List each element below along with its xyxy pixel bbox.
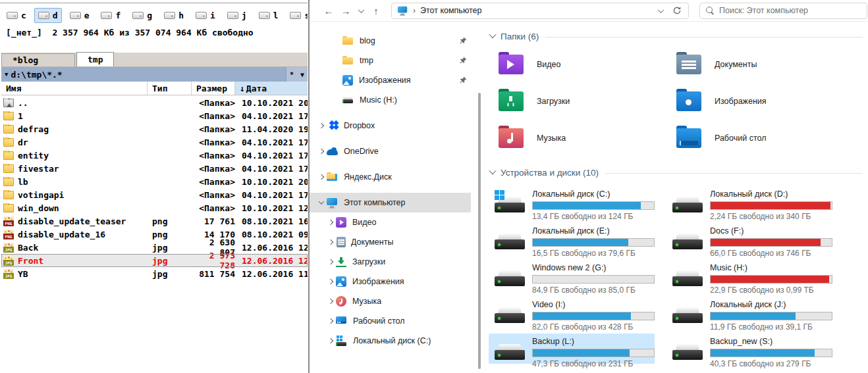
file-row[interactable]: PNGdisable_update_16 png 14 170 08.10.20… — [1, 228, 308, 241]
drive-tile[interactable]: Docs (F:) 66,0 ГБ свободно из 746 ГБ — [666, 223, 832, 253]
file-row[interactable]: PNGdisable_update_teaser png 17 761 08.1… — [1, 214, 308, 228]
address-dropdown-icon[interactable] — [658, 7, 665, 13]
collapse-chevron-icon[interactable] — [489, 31, 496, 38]
nav-item[interactable]: Яндекс.Диск — [310, 167, 471, 187]
nav-item[interactable]: Изображения — [310, 70, 471, 90]
forward-button[interactable]: → — [337, 5, 354, 16]
drive-tile[interactable]: Backup_new (S:) 40,3 ГБ свободно из 279 … — [666, 334, 832, 364]
fm-tab[interactable]: *blog — [1, 53, 75, 66]
pin-icon[interactable] — [459, 76, 467, 84]
back-button[interactable]: ← — [320, 5, 337, 16]
file-row[interactable]: defrag <Папка> 11.04.2020 19 — [1, 122, 308, 136]
nav-scrollbar[interactable] — [478, 93, 481, 369]
nav-item-icon — [336, 296, 346, 307]
fm-tab[interactable]: tmp — [76, 52, 114, 66]
drive-name: Локальный диск (C:) — [532, 189, 655, 199]
folder-tile[interactable]: Изображения — [666, 89, 844, 114]
up-button[interactable]: ↑ — [367, 5, 385, 16]
file-row[interactable]: JPGYB jpg 811 754 12.06.2016 11 — [1, 267, 308, 280]
drive-button[interactable]: c — [3, 8, 30, 23]
expand-chevron-icon[interactable] — [325, 299, 336, 303]
filter-star-button[interactable]: * — [290, 71, 294, 78]
nav-item[interactable]: Загрузки — [310, 252, 471, 272]
folder-tile[interactable]: Видео — [489, 52, 666, 77]
expand-chevron-icon[interactable] — [325, 240, 336, 244]
recent-locations-button[interactable] — [354, 7, 367, 14]
drive-tile[interactable]: Music (H:) 22,9 ГБ свободно из 0,99 ТБ — [666, 260, 832, 290]
drive-button[interactable]: h — [160, 8, 188, 23]
file-row[interactable]: lb <Папка> 10.10.2021 20 — [1, 175, 308, 188]
folder-tile[interactable]: Документы — [666, 52, 844, 77]
column-header-size[interactable]: Размер — [192, 82, 235, 95]
column-header-date[interactable]: ↓Дата — [235, 82, 308, 95]
drives-section-header[interactable]: Устройства и диски (10) — [490, 168, 868, 178]
nav-item[interactable]: blog — [310, 31, 471, 51]
folder-tile[interactable]: Рабочий стол — [666, 126, 844, 151]
drive-tile[interactable]: Backup (L:) 47,3 ГБ свободно из 231 ГБ — [489, 334, 655, 364]
pin-icon[interactable] — [459, 37, 467, 45]
drive-button[interactable]: d — [34, 8, 62, 23]
file-row[interactable]: votingapi <Папка> 04.10.2021 17 — [1, 188, 308, 201]
drive-button[interactable]: f — [97, 8, 124, 23]
nav-item[interactable]: OneDrive — [310, 141, 471, 161]
drive-button[interactable]: j — [223, 8, 251, 23]
drive-tile[interactable]: Локальный диск (J:) 11,9 ГБ свободно из … — [666, 297, 832, 327]
nav-item[interactable]: Dropbox — [310, 116, 471, 136]
expand-chevron-icon[interactable] — [325, 260, 336, 264]
expand-chevron-icon[interactable] — [325, 339, 336, 343]
drive-tile[interactable]: Локальный диск (E:) 16,5 ГБ свободно из … — [489, 223, 655, 253]
nav-item[interactable]: Документы — [310, 232, 471, 252]
nav-item[interactable]: Видео — [310, 212, 471, 232]
search-input[interactable] — [719, 6, 861, 15]
column-header-name[interactable]: Имя — [1, 82, 148, 95]
breadcrumb[interactable]: Этот компьютер — [420, 6, 481, 15]
column-header-type[interactable]: Тип — [148, 82, 192, 95]
drive-button[interactable]: e — [66, 8, 94, 23]
nav-item[interactable]: Music (H:) — [310, 90, 471, 110]
nav-item[interactable]: Локальный диск (C:) — [310, 331, 471, 351]
drive-button[interactable]: s — [286, 8, 308, 23]
expand-chevron-icon[interactable] — [325, 319, 336, 323]
file-row[interactable]: .. <Папка> 10.10.2021 20 — [1, 96, 308, 109]
drive-usage-bar — [532, 275, 655, 284]
nav-item[interactable]: Изображения — [310, 272, 471, 291]
nav-item[interactable]: tmp — [310, 51, 471, 70]
drive-button[interactable]: i — [192, 8, 219, 23]
file-row[interactable]: dr <Папка> 04.10.2021 17 — [1, 136, 308, 149]
folder-tile[interactable]: Музыка — [489, 126, 666, 151]
nav-item[interactable]: Этот компьютер — [310, 193, 471, 212]
drive-tile[interactable]: Локальный диск (C:) 13,4 ГБ свободно из … — [489, 186, 655, 216]
expand-chevron-icon[interactable] — [316, 201, 327, 205]
expand-chevron-icon[interactable] — [316, 175, 327, 179]
file-icon: PNG — [3, 230, 14, 239]
address-bar[interactable]: › Этот компьютер — [391, 3, 689, 19]
pin-icon[interactable] — [459, 57, 467, 64]
drive-tile[interactable]: Video (I:) 82,0 ГБ свободно из 428 ГБ — [489, 297, 655, 327]
file-row[interactable]: 1 <Папка> 04.10.2021 17 — [1, 109, 308, 122]
file-date: 04.10.2021 17 — [235, 190, 308, 200]
nav-item[interactable]: Музыка — [310, 291, 471, 311]
file-row[interactable]: JPGFront jpg 2 973 728 12.06.2016 12 — [1, 254, 308, 267]
drive-tile[interactable]: Windows new 2 (G:) 84,9 ГБ свободно из 8… — [489, 260, 655, 290]
file-row[interactable]: JPGBack jpg 2 630 807 12.06.2016 12 — [1, 241, 308, 254]
fm-path-bar[interactable]: ▼ d:\tmp\*.* *▼ — [1, 67, 308, 82]
refresh-icon[interactable] — [672, 6, 682, 15]
expand-chevron-icon[interactable] — [325, 220, 336, 224]
drive-tile[interactable]: Локальный диск (D:) 2,24 ГБ свободно из … — [666, 186, 832, 216]
file-row[interactable]: win_down <Папка> 10.10.2021 12 — [1, 201, 308, 214]
nav-item[interactable]: Рабочий стол — [310, 311, 471, 331]
search-box[interactable] — [699, 3, 867, 19]
expand-chevron-icon[interactable] — [316, 149, 327, 153]
expand-chevron-icon[interactable] — [316, 124, 327, 128]
path-history-button[interactable]: ▼ — [300, 71, 304, 78]
folder-tile[interactable]: Загрузки — [489, 89, 666, 114]
file-row[interactable]: fivestar <Папка> 04.10.2021 17 — [1, 162, 308, 175]
drive-button[interactable]: l — [255, 8, 283, 23]
nav-item-icon — [342, 55, 354, 66]
folders-section-header[interactable]: Папки (6) — [490, 32, 868, 41]
collapse-chevron-icon[interactable] — [489, 167, 496, 174]
drive-button[interactable]: g — [128, 8, 156, 23]
path-dropdown-icon[interactable]: ▼ — [5, 71, 8, 78]
file-row[interactable]: entity <Папка> 04.10.2021 17 — [1, 149, 308, 162]
expand-chevron-icon[interactable] — [325, 280, 336, 284]
